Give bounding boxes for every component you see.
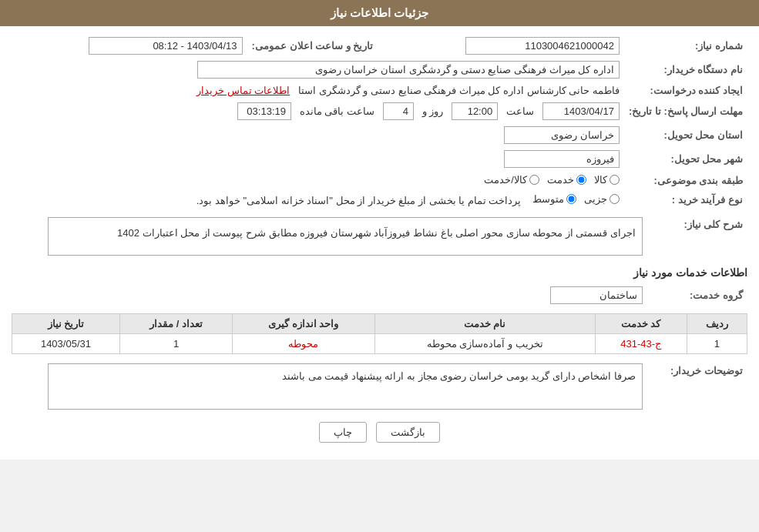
creator-text: فاطمه حانی کارشناس اداره کل میراث فرهنگی… [298,85,620,96]
col-service-code: کد خدمت [595,314,687,334]
remaining-time: 03:13:19 [237,102,291,120]
send-deadline-days: 4 [383,102,414,120]
need-desc-box: اجرای قسمتی از محوطه سازی محور اصلی باغ … [48,217,643,256]
cell-service-name: تخریب و آماده‌سازی محوطه [374,334,595,354]
province-value: خراسان رضوی [388,123,624,147]
buyer-org-field: اداره کل میراث فرهنگی صنایع دستی و گردشگ… [197,61,620,79]
buyer-org-label: نام دستگاه خریدار: [624,58,747,82]
announce-date-value: 1403/04/13 - 08:12 [12,34,247,58]
city-label: شهر محل تحویل: [624,147,747,171]
service-group-field: ساختمان [550,286,643,304]
send-deadline-date: 1403/04/17 [542,102,620,120]
need-number-field: 1103004621000042 [465,37,620,55]
services-section-title: اطلاعات خدمات مورد نیاز [12,266,747,279]
buyer-org-value: اداره کل میراث فرهنگی صنایع دستی و گردشگ… [12,58,624,82]
category-radio-group: کالا خدمت کالا/خدمت [484,174,620,186]
buyer-notes-table: توضیحات خریدار: صرفا اشخاص دارای گرید بو… [12,360,747,413]
need-number-value: 1103004621000042 [388,34,624,58]
category-option-both: کالا/خدمت [484,174,539,186]
top-info-table: شماره نیاز: 1103004621000042 تاریخ و ساع… [12,34,747,209]
radio-jozi[interactable] [610,194,620,204]
services-table: ردیف کد خدمت نام خدمت واحد اندازه گیری ت… [12,313,747,354]
table-row: 1 ج-43-431 تخریب و آماده‌سازی محوطه محوط… [12,334,747,354]
need-number-label: شماره نیاز: [624,34,747,58]
desc-table: شرح کلی نیاز: اجرای قسمتی از محوطه سازی … [12,214,747,259]
col-date: تاریخ نیاز [12,314,120,334]
radio-motavaset[interactable] [566,194,576,204]
category-options: کالا خدمت کالا/خدمت [12,171,624,190]
send-deadline-time-label: ساعت [506,105,534,117]
creator-value: فاطمه حانی کارشناس اداره کل میراث فرهنگی… [12,82,624,99]
cell-unit: محوطه [233,334,374,354]
buyer-notes-box: صرفا اشخاص دارای گرید بومی خراسان رضوی م… [48,363,643,410]
cell-quantity: 1 [119,334,232,354]
page-container: جزئیات اطلاعات نیاز شماره نیاز: 11030046… [0,0,759,460]
creator-label: ایجاد کننده درخواست: [624,82,747,99]
cell-service-code: ج-43-431 [595,334,687,354]
purchase-type-jozi: جزیی [584,193,620,205]
need-desc-value: اجرای قسمتی از محوطه سازی محور اصلی باغ … [12,214,647,259]
send-deadline-time: 12:00 [452,102,498,120]
print-button[interactable]: چاپ [319,422,367,443]
radio-khedmat[interactable] [576,175,586,185]
service-group-label: گروه خدمت: [647,283,747,307]
service-group-value: ساختمان [12,283,647,307]
col-service-name: نام خدمت [374,314,595,334]
page-title: جزئیات اطلاعات نیاز [331,6,428,19]
city-field: فیروزه [504,150,620,168]
need-desc-label: شرح کلی نیاز: [647,214,747,259]
radio-khedmat-label: خدمت [547,174,574,186]
bottom-buttons: بازگشت چاپ [12,422,747,443]
contact-link[interactable]: اطلاعات تماس خریدار [196,85,290,96]
radio-motavaset-label: متوسط [532,193,564,205]
send-deadline-days-label: روز و [422,105,444,117]
content-area: شماره نیاز: 1103004621000042 تاریخ و ساع… [0,26,759,460]
purchase-type-row: جزیی متوسط پرداخت تمام یا بخشی از مبلغ خ… [12,190,624,209]
purchase-type-label: نوع فرآیند خرید : [624,190,747,209]
back-button[interactable]: بازگشت [376,422,440,443]
purchase-type-note: پرداخت تمام یا بخشی از مبلغ خریدار از مح… [196,195,522,206]
category-label: طبقه بندی موضوعی: [624,171,747,190]
radio-kala[interactable] [610,175,620,185]
announce-date-label: تاریخ و ساعت اعلان عمومی: [247,34,389,58]
category-option-khedmat: خدمت [547,174,586,186]
announce-date-field: 1403/04/13 - 08:12 [89,37,243,55]
send-deadline-label: مهلت ارسال پاسخ: تا تاریخ: [624,99,747,123]
purchase-type-radio-group: جزیی متوسط [532,193,620,205]
cell-date: 1403/05/31 [12,334,120,354]
province-label: استان محل تحویل: [624,123,747,147]
radio-jozi-label: جزیی [584,193,607,205]
province-field: خراسان رضوی [504,126,620,144]
service-group-table: گروه خدمت: ساختمان [12,283,747,307]
radio-both[interactable] [529,175,539,185]
cell-row: 1 [687,334,747,354]
col-row: ردیف [687,314,747,334]
radio-kala-label: کالا [594,174,607,186]
buyer-notes-value: صرفا اشخاص دارای گرید بومی خراسان رضوی م… [12,360,647,413]
city-value: فیروزه [388,147,624,171]
col-unit: واحد اندازه گیری [233,314,374,334]
buyer-notes-label: توضیحات خریدار: [647,360,747,413]
radio-both-label: کالا/خدمت [484,174,527,186]
remaining-time-label: ساعت باقی مانده [300,105,374,117]
page-header: جزئیات اطلاعات نیاز [0,0,759,26]
category-option-kala: کالا [594,174,620,186]
purchase-type-motavaset: متوسط [532,193,576,205]
send-deadline-row: 1403/04/17 ساعت 12:00 روز و 4 ساعت باقی … [12,99,624,123]
col-quantity: تعداد / مقدار [119,314,232,334]
